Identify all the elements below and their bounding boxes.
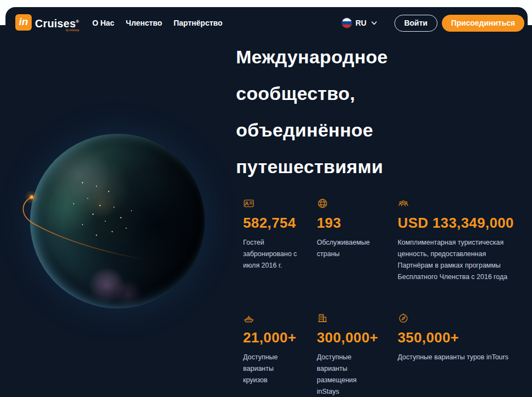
stat-travel-value: USD 133,349,000 Комплиментарная туристич… [398,198,532,283]
title-line-1: Международное [236,39,388,75]
stat-description: Обслуживаемые страны [317,237,380,260]
stat-value: USD 133,349,000 [398,216,514,230]
russia-flag-icon [342,18,352,28]
globe-illustration [0,109,235,344]
stat-value: 350,000+ [398,330,459,345]
stat-value: 300,000+ [317,330,378,345]
main-nav: О Нас Членство Партнёрство [92,19,222,27]
incruises-logo[interactable]: in Cruises® by inGroup [15,14,79,32]
stat-tour-options: 350,000+ Доступные варианты туров inTour… [398,312,532,363]
nav-item-about[interactable]: О Нас [92,19,114,27]
stat-value: 193 [317,216,341,230]
logo-text: Cruises® [35,17,79,29]
building-icon [317,312,328,324]
stat-description: Доступные варианты туров inTours [398,352,509,363]
stat-description: Гостей забронировано с июля 2016 г. [243,237,299,271]
header: in Cruises® by inGroup О Нас Членство Па… [5,7,528,39]
language-code: RU [356,19,367,27]
stat-cruise-options: 21,000+ Доступные варианты круизов [243,312,317,386]
join-button[interactable]: Присоединиться [442,15,524,32]
orbit-arc-graphic [11,175,197,279]
globe-icon [317,198,328,210]
chevron-down-icon [370,19,378,27]
cruise-ship-icon [243,312,255,324]
booking-ticket-icon [243,198,255,210]
title-line-3: объединённое [236,112,388,149]
logo-mark-icon: in [15,14,32,31]
stat-value: 582,754 [243,216,296,230]
stat-stay-options: 300,000+ Доступные варианты размещения i… [317,312,398,397]
stat-guests-booked: 582,754 Гостей забронировано с июля 2016… [243,198,317,271]
stat-description: Комплиментарная туристическая ценность, … [398,237,512,283]
stats-grid: 582,754 Гостей забронировано с июля 2016… [243,198,532,397]
nav-item-partnership[interactable]: Партнёрство [174,19,222,27]
stat-description: Доступные варианты круизов [243,352,289,386]
stat-value: 21,000+ [243,330,297,345]
language-selector[interactable]: RU [342,18,378,28]
stat-countries-served: 193 Обслуживаемые страны [317,198,398,260]
title-line-2: сообщество, [236,75,388,112]
page-title: Международное сообщество, объединённое п… [236,39,388,185]
title-line-4: путешествиями [236,149,388,185]
nav-item-membership[interactable]: Членство [126,19,162,27]
logo-text-wrap: Cruises® by inGroup [35,14,79,32]
login-button[interactable]: Войти [394,15,438,32]
registered-mark: ® [76,20,79,25]
stat-description: Доступные варианты размещения inStays [317,352,369,397]
compass-icon [398,312,409,324]
page: in Cruises® by inGroup О Нас Членство Па… [0,0,532,397]
people-group-icon [398,198,409,210]
